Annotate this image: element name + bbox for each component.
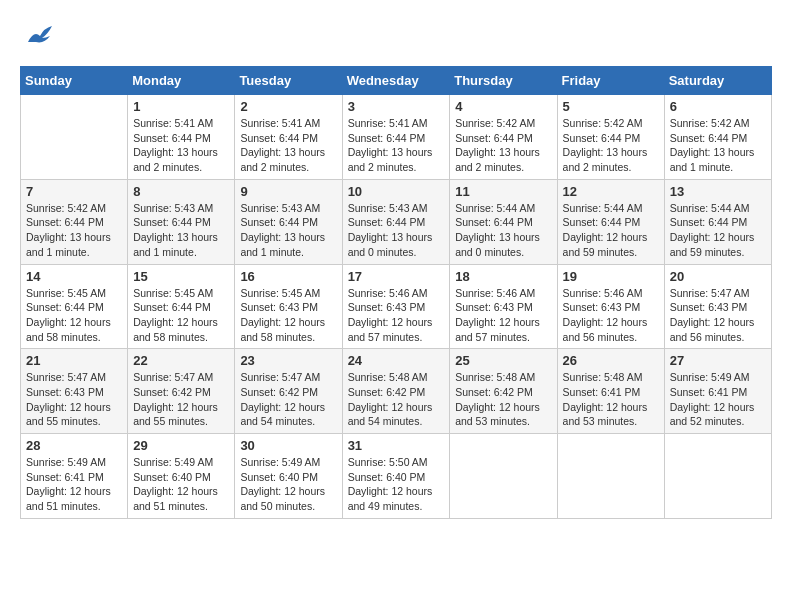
day-number: 18 bbox=[455, 269, 551, 284]
day-info: Sunrise: 5:45 AM Sunset: 6:44 PM Dayligh… bbox=[133, 286, 229, 345]
day-info: Sunrise: 5:44 AM Sunset: 6:44 PM Dayligh… bbox=[670, 201, 766, 260]
day-number: 29 bbox=[133, 438, 229, 453]
day-info: Sunrise: 5:47 AM Sunset: 6:42 PM Dayligh… bbox=[133, 370, 229, 429]
weekday-header-monday: Monday bbox=[128, 67, 235, 95]
calendar-cell bbox=[557, 434, 664, 519]
calendar-cell: 17Sunrise: 5:46 AM Sunset: 6:43 PM Dayli… bbox=[342, 264, 450, 349]
day-info: Sunrise: 5:47 AM Sunset: 6:43 PM Dayligh… bbox=[670, 286, 766, 345]
day-info: Sunrise: 5:48 AM Sunset: 6:42 PM Dayligh… bbox=[455, 370, 551, 429]
weekday-header-friday: Friday bbox=[557, 67, 664, 95]
day-number: 27 bbox=[670, 353, 766, 368]
day-info: Sunrise: 5:49 AM Sunset: 6:40 PM Dayligh… bbox=[240, 455, 336, 514]
day-number: 4 bbox=[455, 99, 551, 114]
day-info: Sunrise: 5:41 AM Sunset: 6:44 PM Dayligh… bbox=[348, 116, 445, 175]
day-number: 24 bbox=[348, 353, 445, 368]
calendar-week-row: 14Sunrise: 5:45 AM Sunset: 6:44 PM Dayli… bbox=[21, 264, 772, 349]
day-info: Sunrise: 5:48 AM Sunset: 6:41 PM Dayligh… bbox=[563, 370, 659, 429]
day-info: Sunrise: 5:42 AM Sunset: 6:44 PM Dayligh… bbox=[26, 201, 122, 260]
day-info: Sunrise: 5:43 AM Sunset: 6:44 PM Dayligh… bbox=[133, 201, 229, 260]
calendar-cell: 9Sunrise: 5:43 AM Sunset: 6:44 PM Daylig… bbox=[235, 179, 342, 264]
day-number: 13 bbox=[670, 184, 766, 199]
calendar-cell: 22Sunrise: 5:47 AM Sunset: 6:42 PM Dayli… bbox=[128, 349, 235, 434]
calendar-cell: 26Sunrise: 5:48 AM Sunset: 6:41 PM Dayli… bbox=[557, 349, 664, 434]
calendar-cell: 1Sunrise: 5:41 AM Sunset: 6:44 PM Daylig… bbox=[128, 95, 235, 180]
day-info: Sunrise: 5:49 AM Sunset: 6:41 PM Dayligh… bbox=[670, 370, 766, 429]
day-info: Sunrise: 5:46 AM Sunset: 6:43 PM Dayligh… bbox=[348, 286, 445, 345]
day-info: Sunrise: 5:46 AM Sunset: 6:43 PM Dayligh… bbox=[563, 286, 659, 345]
calendar-cell: 30Sunrise: 5:49 AM Sunset: 6:40 PM Dayli… bbox=[235, 434, 342, 519]
calendar-cell: 7Sunrise: 5:42 AM Sunset: 6:44 PM Daylig… bbox=[21, 179, 128, 264]
calendar-cell: 15Sunrise: 5:45 AM Sunset: 6:44 PM Dayli… bbox=[128, 264, 235, 349]
weekday-header-wednesday: Wednesday bbox=[342, 67, 450, 95]
day-info: Sunrise: 5:45 AM Sunset: 6:43 PM Dayligh… bbox=[240, 286, 336, 345]
day-number: 3 bbox=[348, 99, 445, 114]
day-number: 23 bbox=[240, 353, 336, 368]
day-number: 31 bbox=[348, 438, 445, 453]
calendar-cell: 4Sunrise: 5:42 AM Sunset: 6:44 PM Daylig… bbox=[450, 95, 557, 180]
day-info: Sunrise: 5:50 AM Sunset: 6:40 PM Dayligh… bbox=[348, 455, 445, 514]
calendar-cell: 18Sunrise: 5:46 AM Sunset: 6:43 PM Dayli… bbox=[450, 264, 557, 349]
calendar-cell: 28Sunrise: 5:49 AM Sunset: 6:41 PM Dayli… bbox=[21, 434, 128, 519]
day-number: 7 bbox=[26, 184, 122, 199]
calendar-cell: 3Sunrise: 5:41 AM Sunset: 6:44 PM Daylig… bbox=[342, 95, 450, 180]
day-number: 2 bbox=[240, 99, 336, 114]
calendar-cell: 8Sunrise: 5:43 AM Sunset: 6:44 PM Daylig… bbox=[128, 179, 235, 264]
day-number: 8 bbox=[133, 184, 229, 199]
calendar-cell: 31Sunrise: 5:50 AM Sunset: 6:40 PM Dayli… bbox=[342, 434, 450, 519]
day-info: Sunrise: 5:47 AM Sunset: 6:43 PM Dayligh… bbox=[26, 370, 122, 429]
day-info: Sunrise: 5:41 AM Sunset: 6:44 PM Dayligh… bbox=[240, 116, 336, 175]
logo bbox=[20, 20, 60, 56]
calendar-week-row: 21Sunrise: 5:47 AM Sunset: 6:43 PM Dayli… bbox=[21, 349, 772, 434]
weekday-header-sunday: Sunday bbox=[21, 67, 128, 95]
calendar-cell: 2Sunrise: 5:41 AM Sunset: 6:44 PM Daylig… bbox=[235, 95, 342, 180]
day-info: Sunrise: 5:42 AM Sunset: 6:44 PM Dayligh… bbox=[563, 116, 659, 175]
day-number: 26 bbox=[563, 353, 659, 368]
day-info: Sunrise: 5:49 AM Sunset: 6:41 PM Dayligh… bbox=[26, 455, 122, 514]
day-number: 25 bbox=[455, 353, 551, 368]
day-number: 19 bbox=[563, 269, 659, 284]
calendar-cell: 25Sunrise: 5:48 AM Sunset: 6:42 PM Dayli… bbox=[450, 349, 557, 434]
calendar-cell: 19Sunrise: 5:46 AM Sunset: 6:43 PM Dayli… bbox=[557, 264, 664, 349]
calendar-cell: 23Sunrise: 5:47 AM Sunset: 6:42 PM Dayli… bbox=[235, 349, 342, 434]
day-number: 21 bbox=[26, 353, 122, 368]
day-number: 14 bbox=[26, 269, 122, 284]
calendar-cell: 27Sunrise: 5:49 AM Sunset: 6:41 PM Dayli… bbox=[664, 349, 771, 434]
day-info: Sunrise: 5:47 AM Sunset: 6:42 PM Dayligh… bbox=[240, 370, 336, 429]
day-number: 5 bbox=[563, 99, 659, 114]
calendar-cell: 14Sunrise: 5:45 AM Sunset: 6:44 PM Dayli… bbox=[21, 264, 128, 349]
day-number: 17 bbox=[348, 269, 445, 284]
calendar-cell: 12Sunrise: 5:44 AM Sunset: 6:44 PM Dayli… bbox=[557, 179, 664, 264]
day-info: Sunrise: 5:43 AM Sunset: 6:44 PM Dayligh… bbox=[240, 201, 336, 260]
calendar-cell: 10Sunrise: 5:43 AM Sunset: 6:44 PM Dayli… bbox=[342, 179, 450, 264]
day-info: Sunrise: 5:46 AM Sunset: 6:43 PM Dayligh… bbox=[455, 286, 551, 345]
day-info: Sunrise: 5:48 AM Sunset: 6:42 PM Dayligh… bbox=[348, 370, 445, 429]
calendar-cell: 20Sunrise: 5:47 AM Sunset: 6:43 PM Dayli… bbox=[664, 264, 771, 349]
page-header bbox=[20, 20, 772, 56]
day-info: Sunrise: 5:45 AM Sunset: 6:44 PM Dayligh… bbox=[26, 286, 122, 345]
calendar-cell: 11Sunrise: 5:44 AM Sunset: 6:44 PM Dayli… bbox=[450, 179, 557, 264]
day-info: Sunrise: 5:42 AM Sunset: 6:44 PM Dayligh… bbox=[670, 116, 766, 175]
day-number: 22 bbox=[133, 353, 229, 368]
day-number: 6 bbox=[670, 99, 766, 114]
calendar-table: SundayMondayTuesdayWednesdayThursdayFrid… bbox=[20, 66, 772, 519]
calendar-cell bbox=[664, 434, 771, 519]
logo-icon bbox=[20, 20, 56, 56]
day-info: Sunrise: 5:44 AM Sunset: 6:44 PM Dayligh… bbox=[455, 201, 551, 260]
day-number: 20 bbox=[670, 269, 766, 284]
weekday-header-thursday: Thursday bbox=[450, 67, 557, 95]
calendar-cell: 21Sunrise: 5:47 AM Sunset: 6:43 PM Dayli… bbox=[21, 349, 128, 434]
day-number: 28 bbox=[26, 438, 122, 453]
day-number: 16 bbox=[240, 269, 336, 284]
calendar-week-row: 1Sunrise: 5:41 AM Sunset: 6:44 PM Daylig… bbox=[21, 95, 772, 180]
calendar-cell: 24Sunrise: 5:48 AM Sunset: 6:42 PM Dayli… bbox=[342, 349, 450, 434]
weekday-header-row: SundayMondayTuesdayWednesdayThursdayFrid… bbox=[21, 67, 772, 95]
calendar-cell: 5Sunrise: 5:42 AM Sunset: 6:44 PM Daylig… bbox=[557, 95, 664, 180]
day-number: 12 bbox=[563, 184, 659, 199]
calendar-cell: 6Sunrise: 5:42 AM Sunset: 6:44 PM Daylig… bbox=[664, 95, 771, 180]
day-number: 30 bbox=[240, 438, 336, 453]
day-number: 1 bbox=[133, 99, 229, 114]
day-info: Sunrise: 5:49 AM Sunset: 6:40 PM Dayligh… bbox=[133, 455, 229, 514]
weekday-header-tuesday: Tuesday bbox=[235, 67, 342, 95]
calendar-week-row: 7Sunrise: 5:42 AM Sunset: 6:44 PM Daylig… bbox=[21, 179, 772, 264]
day-info: Sunrise: 5:42 AM Sunset: 6:44 PM Dayligh… bbox=[455, 116, 551, 175]
